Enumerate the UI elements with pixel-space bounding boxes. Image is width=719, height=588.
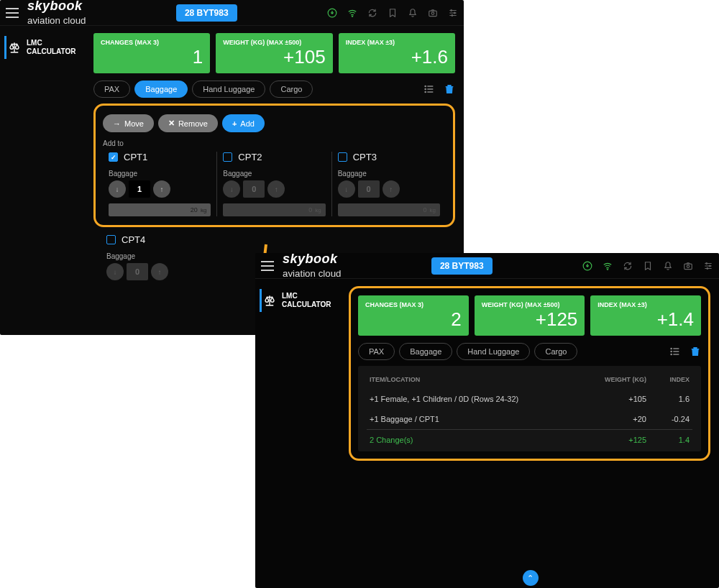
- svg-point-19: [671, 354, 672, 354]
- svg-point-14: [706, 262, 707, 264]
- increment-button[interactable]: ↑: [151, 263, 168, 280]
- tab-baggage[interactable]: Baggage: [399, 343, 452, 360]
- scales-icon: [263, 294, 276, 307]
- baggage-count-input[interactable]: [358, 180, 380, 198]
- bookmark-icon[interactable]: [643, 261, 653, 271]
- table-row[interactable]: +1 Female, +1 Children / 0D (Rows 24-32)…: [367, 389, 692, 409]
- topbar: skybook aviation cloud 28 BYT983: [255, 253, 719, 279]
- metric-weight: WEIGHT (KG) (MAX ±500)+105: [216, 33, 332, 73]
- sidebar-item-lmc[interactable]: LMC CALCULATOR: [4, 36, 82, 59]
- trash-icon[interactable]: [444, 83, 455, 95]
- increment-button[interactable]: ↑: [153, 180, 170, 198]
- sidebar-label: LMC CALCULATOR: [282, 292, 331, 309]
- checkbox-cpt1[interactable]: [109, 152, 118, 162]
- metric-index: INDEX (MAX ±3)+1.6: [339, 33, 455, 73]
- col-weight: WEIGHT (KG): [592, 370, 649, 389]
- remove-button[interactable]: ✕Remove: [158, 114, 218, 132]
- refresh-icon[interactable]: [623, 261, 633, 271]
- col-index: INDEX: [649, 370, 692, 389]
- svg-point-11: [607, 268, 608, 270]
- svg-rect-12: [684, 264, 692, 270]
- compartment-cpt1: CPT1 Baggage ↓ ↑ 20kg: [103, 152, 216, 216]
- svg-point-4: [451, 9, 452, 11]
- svg-point-7: [425, 86, 426, 86]
- decrement-button[interactable]: ↓: [338, 180, 355, 198]
- logo-subtext: aviation cloud: [283, 268, 342, 279]
- sidebar-item-lmc[interactable]: LMC CALCULATOR: [260, 289, 337, 312]
- increment-button[interactable]: ↑: [383, 180, 400, 198]
- bell-icon[interactable]: [408, 8, 418, 18]
- scales-icon: [8, 41, 21, 54]
- decrement-button[interactable]: ↓: [109, 180, 126, 198]
- add-button[interactable]: +Add: [222, 114, 265, 132]
- settings-icon[interactable]: [703, 261, 713, 271]
- svg-rect-2: [429, 11, 437, 17]
- scroll-up-fab[interactable]: ⌃: [523, 570, 539, 586]
- tab-pax[interactable]: PAX: [93, 81, 130, 98]
- topbar-icons: [582, 261, 713, 271]
- logo-text: skybook: [283, 253, 342, 267]
- checkbox-cpt2[interactable]: [223, 152, 232, 162]
- download-icon[interactable]: [327, 8, 337, 18]
- trash-icon[interactable]: [690, 346, 701, 357]
- refresh-icon[interactable]: [367, 8, 377, 18]
- baggage-count-input[interactable]: [127, 263, 148, 280]
- tab-pax[interactable]: PAX: [358, 343, 395, 360]
- camera-icon[interactable]: [428, 8, 438, 18]
- table-row[interactable]: +1 Baggage / CPT1+20-0.24: [367, 409, 692, 430]
- bookmark-icon[interactable]: [388, 8, 398, 18]
- wifi-icon[interactable]: [603, 261, 613, 271]
- metric-changes: CHANGES (MAX 3)1: [93, 33, 210, 73]
- app-logo: skybook aviation cloud: [27, 0, 86, 27]
- bell-icon[interactable]: [663, 261, 673, 271]
- svg-point-1: [352, 15, 353, 17]
- tab-hand-luggage[interactable]: Hand Luggage: [457, 343, 530, 360]
- category-tabs: PAX Baggage Hand Luggage Cargo: [93, 81, 455, 98]
- svg-point-16: [707, 267, 708, 269]
- svg-point-18: [671, 351, 672, 352]
- highlight-add-panel: →Move ✕Remove +Add Add to CPT1 Baggage ↓…: [93, 104, 455, 227]
- wifi-icon[interactable]: [347, 8, 357, 18]
- tab-baggage[interactable]: Baggage: [134, 81, 188, 98]
- tab-cargo[interactable]: Cargo: [534, 343, 577, 360]
- metrics-row: CHANGES (MAX 3)1 WEIGHT (KG) (MAX ±500)+…: [93, 33, 455, 73]
- checkbox-cpt3[interactable]: [338, 152, 347, 162]
- addto-label: Add to: [103, 139, 446, 147]
- weight-display: 20kg: [109, 203, 211, 216]
- weight-display: 0kg: [223, 203, 325, 216]
- logo-subtext: aviation cloud: [27, 15, 86, 26]
- settings-icon[interactable]: [448, 8, 458, 18]
- decrement-button[interactable]: ↓: [106, 263, 124, 280]
- svg-point-8: [425, 88, 426, 89]
- sidebar: LMC CALCULATOR: [0, 26, 86, 335]
- compartment-cpt3: CPT3 Baggage ↓ ↑ 0kg: [331, 152, 446, 216]
- tab-cargo[interactable]: Cargo: [270, 81, 313, 98]
- topbar-icons: [327, 8, 458, 18]
- weight-display: 0kg: [338, 203, 440, 216]
- sidebar: LMC CALCULATOR: [255, 279, 342, 588]
- tab-hand-luggage[interactable]: Hand Luggage: [192, 81, 265, 98]
- app-screen-2: skybook aviation cloud 28 BYT983 LMC CAL…: [255, 253, 719, 588]
- checkbox-cpt4[interactable]: [106, 235, 116, 244]
- baggage-count-input[interactable]: [243, 180, 265, 198]
- svg-point-9: [425, 91, 426, 92]
- increment-button[interactable]: ↑: [267, 180, 285, 198]
- decrement-button[interactable]: ↓: [223, 180, 240, 198]
- svg-point-6: [452, 14, 453, 16]
- menu-icon[interactable]: [6, 8, 19, 18]
- changes-table: ITEM/LOCATION WEIGHT (KG) INDEX +1 Femal…: [367, 370, 692, 450]
- metrics-row: CHANGES (MAX 3)2 WEIGHT (KG) (MAX ±500)+…: [358, 295, 701, 336]
- list-view-icon[interactable]: [423, 83, 435, 95]
- svg-point-15: [709, 265, 710, 266]
- table-total-row: 2 Change(s)+1251.4: [367, 430, 692, 451]
- move-button[interactable]: →Move: [103, 114, 154, 132]
- app-logo: skybook aviation cloud: [283, 253, 342, 280]
- download-icon[interactable]: [582, 261, 592, 271]
- flight-chip[interactable]: 28 BYT983: [431, 257, 493, 275]
- flight-chip[interactable]: 28 BYT983: [176, 4, 237, 22]
- category-tabs: PAX Baggage Hand Luggage Cargo: [358, 343, 701, 360]
- list-view-icon[interactable]: [669, 346, 681, 357]
- camera-icon[interactable]: [683, 261, 693, 271]
- menu-icon[interactable]: [261, 261, 274, 271]
- baggage-count-input[interactable]: [129, 180, 150, 198]
